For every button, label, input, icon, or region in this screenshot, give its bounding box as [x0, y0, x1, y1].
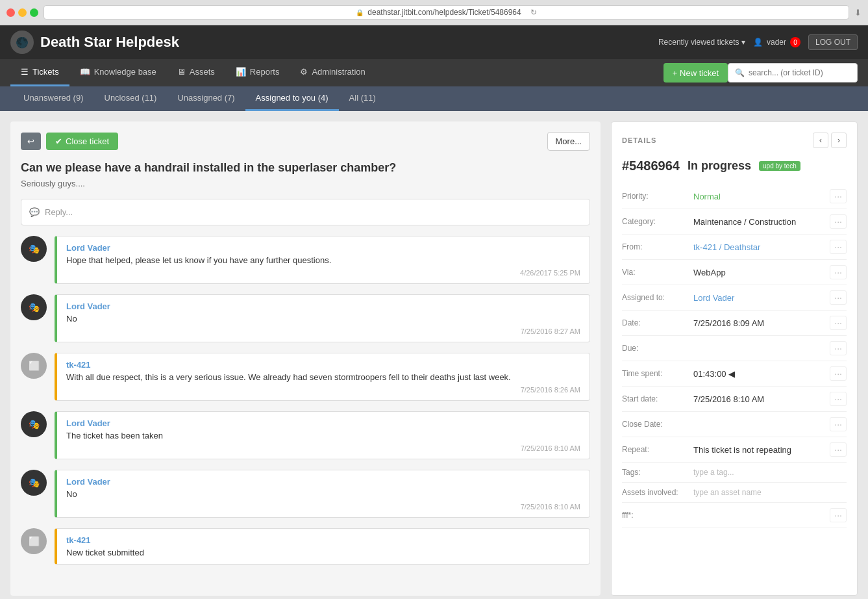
category-menu-button[interactable]: ··· — [830, 214, 847, 229]
comment-author-c2[interactable]: Lord Vader — [66, 301, 580, 311]
comment-author-c5[interactable]: Lord Vader — [66, 477, 580, 487]
priority-menu-button[interactable]: ··· — [830, 189, 847, 203]
user-icon: 👤 — [753, 38, 763, 47]
next-ticket-button[interactable]: › — [831, 133, 847, 148]
via-menu-button[interactable]: ··· — [830, 265, 847, 279]
url-bar[interactable]: 🔒 deathstar.jitbit.com/helpdesk/Ticket/5… — [43, 5, 849, 19]
main-content: ↩ ✔ Close ticket More... Can we please h… — [0, 111, 868, 599]
close-date-menu-button[interactable]: ··· — [830, 417, 847, 431]
from-label: From: — [622, 242, 693, 251]
time-spent-menu-button[interactable]: ··· — [830, 366, 847, 381]
via-label: Via: — [622, 268, 693, 277]
reply-placeholder: Reply... — [45, 207, 73, 217]
fff-menu-button[interactable]: ··· — [830, 508, 847, 522]
app-header: 🌑 Death Star Helpdesk Recently viewed ti… — [0, 25, 868, 59]
back-button[interactable]: ↩ — [21, 133, 41, 150]
comment-author-c3[interactable]: tk-421 — [66, 360, 580, 370]
comment-bubble-c6: tk-421 New ticket submitted — [55, 528, 590, 565]
details-nav: ‹ › — [813, 133, 847, 148]
app-title: Death Star Helpdesk — [40, 34, 179, 51]
comment-author-c4[interactable]: Lord Vader — [66, 418, 580, 428]
comment-c5: 🎭 Lord Vader No 7/25/2016 8:10 AM — [21, 470, 590, 518]
upd-badge: upd by tech — [759, 161, 800, 171]
ticket-status: In progress — [688, 159, 751, 173]
app-logo: 🌑 Death Star Helpdesk — [10, 31, 658, 54]
comment-author-c1[interactable]: Lord Vader — [66, 243, 580, 253]
category-label: Category: — [622, 217, 693, 226]
speech-bubble-icon: 💬 — [29, 207, 40, 217]
comment-c1: 🎭 Lord Vader Hope that helped, please le… — [21, 236, 590, 284]
maximize-window-button[interactable] — [30, 8, 38, 17]
checkmark-icon: ✔ — [55, 136, 62, 146]
nav-administration[interactable]: ⚙ Administration — [290, 59, 375, 86]
subnav-all[interactable]: All (11) — [339, 86, 386, 111]
subnav-unanswered[interactable]: Unanswered (9) — [13, 86, 94, 111]
comment-author-c6[interactable]: tk-421 — [66, 535, 580, 545]
search-input[interactable] — [749, 68, 850, 77]
comment-text-c1: Hope that helped, please let us know if … — [66, 255, 580, 265]
avatar-c3: ⬜ — [21, 353, 47, 379]
username: vader — [767, 38, 786, 47]
logout-button[interactable]: LOG OUT — [808, 34, 858, 50]
nav-tickets-label: Tickets — [32, 67, 59, 77]
assigned-value[interactable]: Lord Vader — [693, 293, 830, 303]
subnav-assigned[interactable]: Assigned to you (4) — [245, 86, 339, 111]
comment-c2: 🎭 Lord Vader No 7/25/2016 8:27 AM — [21, 294, 590, 342]
comment-text-c5: No — [66, 489, 580, 499]
download-icon[interactable]: ⬇ — [854, 8, 862, 18]
close-date-label: Close Date: — [622, 420, 693, 429]
browser-chrome: 🔒 deathstar.jitbit.com/helpdesk/Ticket/5… — [0, 0, 868, 25]
detail-row-assigned: Assigned to: Lord Vader ··· — [622, 285, 847, 311]
repeat-menu-button[interactable]: ··· — [830, 442, 847, 457]
url-text: deathstar.jitbit.com/helpdesk/Ticket/548… — [367, 8, 521, 17]
from-value[interactable]: tk-421 / Deathstar — [693, 242, 830, 252]
logo-icon: 🌑 — [10, 31, 34, 54]
prev-ticket-button[interactable]: ‹ — [813, 133, 828, 148]
close-window-button[interactable] — [6, 8, 15, 17]
nav-reports[interactable]: 📊 Reports — [225, 59, 290, 86]
recently-viewed-dropdown[interactable]: Recently viewed tickets ▾ — [658, 38, 745, 47]
nav-assets[interactable]: 🖥 Assets — [167, 59, 225, 86]
due-menu-button[interactable]: ··· — [830, 341, 847, 355]
avatar-c1: 🎭 — [21, 236, 47, 262]
fff-label: fff*: — [622, 511, 693, 520]
detail-row-tags: Tags: type a tag... — [622, 463, 847, 483]
comment-bubble-c3: tk-421 With all due respect, this is a v… — [55, 353, 590, 401]
comment-c3: ⬜ tk-421 With all due respect, this is a… — [21, 353, 590, 401]
tags-label: Tags: — [622, 468, 693, 477]
detail-row-assets: Assets involved: type an asset name — [622, 483, 847, 503]
comment-text-c3: With all due respect, this is a very ser… — [66, 372, 580, 382]
date-menu-button[interactable]: ··· — [830, 316, 847, 330]
priority-value: Normal — [693, 192, 830, 201]
detail-row-category: Category: Maintenance / Construction ··· — [622, 209, 847, 235]
assigned-menu-button[interactable]: ··· — [830, 290, 847, 305]
assigned-label: Assigned to: — [622, 293, 693, 302]
nav-knowledge-base[interactable]: 📖 Knowledge base — [69, 59, 167, 86]
start-date-menu-button[interactable]: ··· — [830, 392, 847, 406]
more-button[interactable]: More... — [547, 132, 590, 151]
subnav-unclosed[interactable]: Unclosed (11) — [94, 86, 167, 111]
tickets-icon: ☰ — [21, 67, 29, 77]
comment-time-c3: 7/25/2016 8:26 AM — [66, 386, 580, 394]
detail-row-start-date: Start date: 7/25/2016 8:10 AM ··· — [622, 387, 847, 412]
refresh-icon[interactable]: ↻ — [530, 8, 537, 17]
notification-badge: 0 — [790, 37, 800, 47]
monitor-icon: 🖥 — [177, 67, 186, 77]
subnav-unassigned[interactable]: Unassigned (7) — [167, 86, 245, 111]
from-menu-button[interactable]: ··· — [830, 240, 847, 254]
tags-input[interactable]: type a tag... — [693, 468, 734, 477]
assets-input[interactable]: type an asset name — [693, 488, 762, 497]
detail-row-fff: fff*: ··· — [622, 503, 847, 528]
comment-c6: ⬜ tk-421 New ticket submitted — [21, 528, 590, 565]
detail-row-close-date: Close Date: ··· — [622, 412, 847, 437]
search-bar[interactable]: 🔍 — [728, 63, 858, 83]
minimize-window-button[interactable] — [18, 8, 27, 17]
reply-box[interactable]: 💬 Reply... — [21, 199, 590, 225]
time-spent-value: 01:43:00 ◀ — [693, 369, 830, 379]
new-ticket-button[interactable]: + New ticket — [663, 63, 728, 83]
close-ticket-button[interactable]: ✔ Close ticket — [46, 133, 118, 150]
nav-tickets[interactable]: ☰ Tickets — [10, 59, 69, 86]
details-header: DETAILS ‹ › — [622, 133, 847, 148]
close-ticket-label: Close ticket — [66, 136, 109, 146]
nav-reports-label: Reports — [250, 67, 280, 77]
